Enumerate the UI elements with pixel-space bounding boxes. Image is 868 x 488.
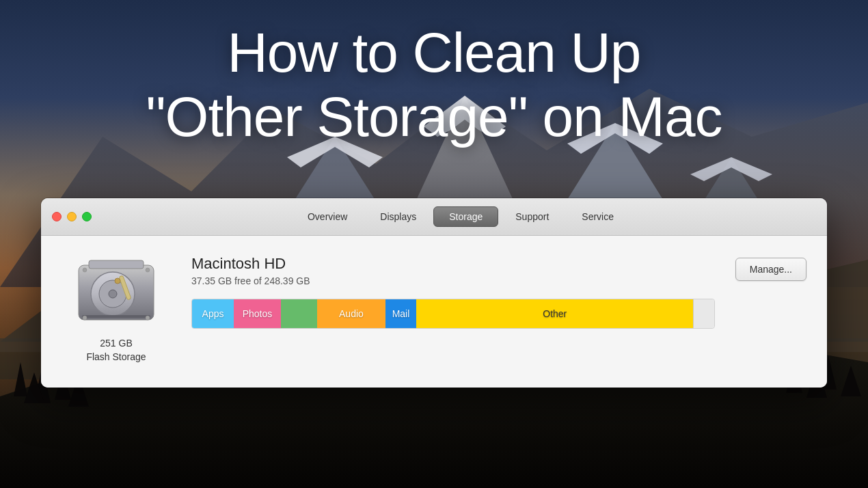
tab-displays[interactable]: Displays [364,206,432,227]
close-button[interactable] [52,212,62,221]
svg-point-34 [146,316,150,320]
traffic-lights [52,212,92,221]
storage-segment-other[interactable]: Other [416,299,693,328]
drive-section: 251 GB Flash Storage [62,255,171,364]
tab-bar: Overview Displays Storage Support Servic… [105,206,816,227]
storage-segment-free [693,299,714,328]
tab-overview[interactable]: Overview [292,206,363,227]
storage-bar: Apps Photos Audio Mail Other [191,299,715,329]
svg-point-32 [146,268,150,272]
storage-segment-apps[interactable]: Apps [192,299,234,328]
manage-button-area: Manage... [735,255,806,281]
svg-point-31 [83,268,87,272]
svg-point-27 [109,290,117,298]
drive-icon [75,255,157,330]
storage-segment-green[interactable] [281,299,317,328]
drive-free-space: 37.35 GB free of 248.39 GB [191,275,715,286]
minimize-button[interactable] [67,212,77,221]
tab-support[interactable]: Support [500,206,565,227]
svg-point-29 [115,278,120,284]
storage-segment-mail[interactable]: Mail [385,299,417,328]
maximize-button[interactable] [82,212,92,221]
storage-segment-photos[interactable]: Photos [234,299,281,328]
svg-point-33 [83,316,87,320]
window-content: 251 GB Flash Storage Macintosh HD 37.35 … [41,236,827,388]
title-bar: Overview Displays Storage Support Servic… [41,198,827,236]
tab-storage[interactable]: Storage [433,206,498,227]
svg-rect-24 [89,260,144,269]
svg-rect-30 [82,315,150,318]
tab-service[interactable]: Service [566,206,629,227]
drive-capacity-label: 251 GB Flash Storage [86,337,146,364]
drive-name: Macintosh HD [191,255,715,273]
page-title: How to Clean Up "Other Storage" on Mac [0,14,868,157]
manage-button[interactable]: Manage... [735,258,806,281]
mac-window: Overview Displays Storage Support Servic… [41,198,827,388]
storage-segment-audio[interactable]: Audio [317,299,385,328]
drive-info: Macintosh HD 37.35 GB free of 248.39 GB … [191,255,715,329]
